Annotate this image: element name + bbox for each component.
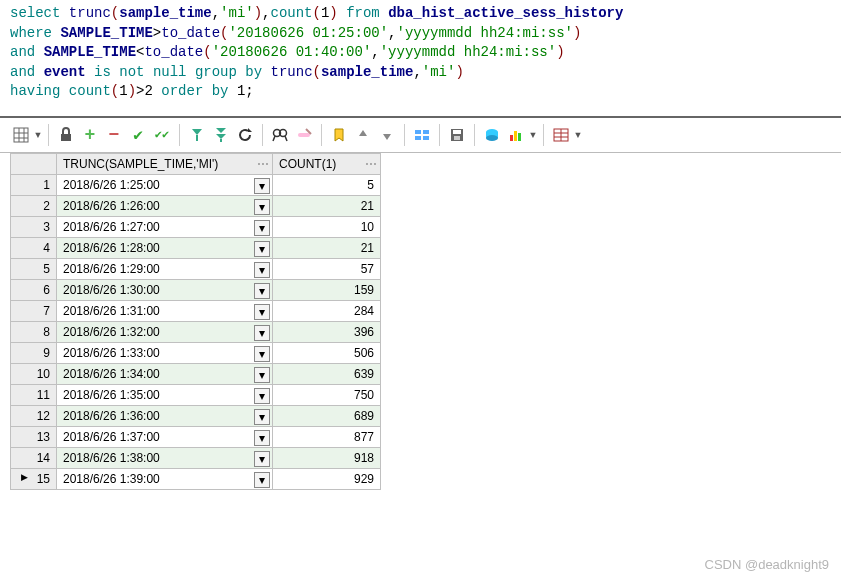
pane-divider[interactable]: [0, 116, 841, 118]
table-row[interactable]: 112018/6/26 1:35:00▾750: [11, 384, 381, 405]
cell-dropdown-icon[interactable]: ▾: [254, 220, 270, 236]
cell-trunc-time[interactable]: 2018/6/26 1:27:00▾: [57, 216, 273, 237]
table-row[interactable]: 42018/6/26 1:28:00▾21: [11, 237, 381, 258]
cell-count[interactable]: 5: [273, 174, 381, 195]
row-number[interactable]: 6: [11, 279, 57, 300]
cell-count[interactable]: 506: [273, 342, 381, 363]
cell-count[interactable]: 284: [273, 300, 381, 321]
bookmark-icon[interactable]: [328, 124, 350, 146]
row-number[interactable]: 11: [11, 384, 57, 405]
table-row[interactable]: 82018/6/26 1:32:00▾396: [11, 321, 381, 342]
commit-icon[interactable]: ✔: [127, 124, 149, 146]
cell-dropdown-icon[interactable]: ▾: [254, 367, 270, 383]
table-row[interactable]: 52018/6/26 1:29:00▾57: [11, 258, 381, 279]
cell-dropdown-icon[interactable]: ▾: [254, 472, 270, 488]
fetch-all-icon[interactable]: [210, 124, 232, 146]
table-row[interactable]: 102018/6/26 1:34:00▾639: [11, 363, 381, 384]
commit-all-icon[interactable]: ✔✔: [151, 124, 173, 146]
cell-dropdown-icon[interactable]: ▾: [254, 199, 270, 215]
save-icon[interactable]: [446, 124, 468, 146]
cell-count[interactable]: 21: [273, 237, 381, 258]
table-row[interactable]: 132018/6/26 1:37:00▾877: [11, 426, 381, 447]
lock-icon[interactable]: [55, 124, 77, 146]
sort-indicator-icon[interactable]: ⋯: [364, 157, 378, 171]
cell-count[interactable]: 639: [273, 363, 381, 384]
delete-row-icon[interactable]: −: [103, 124, 125, 146]
table-row[interactable]: 92018/6/26 1:33:00▾506: [11, 342, 381, 363]
cell-trunc-time[interactable]: 2018/6/26 1:37:00▾: [57, 426, 273, 447]
cell-trunc-time[interactable]: 2018/6/26 1:39:00▾: [57, 468, 273, 489]
cell-dropdown-icon[interactable]: ▾: [254, 346, 270, 362]
cell-dropdown-icon[interactable]: ▾: [254, 430, 270, 446]
dropdown-arrow-icon[interactable]: ▾: [34, 124, 42, 146]
chart-view-icon[interactable]: [505, 124, 527, 146]
cell-trunc-time[interactable]: 2018/6/26 1:26:00▾: [57, 195, 273, 216]
cell-trunc-time[interactable]: 2018/6/26 1:30:00▾: [57, 279, 273, 300]
row-number[interactable]: 7: [11, 300, 57, 321]
row-number[interactable]: 4: [11, 237, 57, 258]
single-record-icon[interactable]: [481, 124, 503, 146]
cell-trunc-time[interactable]: 2018/6/26 1:33:00▾: [57, 342, 273, 363]
column-header-trunc[interactable]: TRUNC(SAMPLE_TIME,'MI')⋯: [57, 153, 273, 174]
sql-editor[interactable]: select trunc(sample_time,'mi'),count(1) …: [0, 0, 841, 110]
fetch-next-icon[interactable]: [186, 124, 208, 146]
dropdown-arrow-icon[interactable]: ▾: [529, 124, 537, 146]
cell-count[interactable]: 689: [273, 405, 381, 426]
add-row-icon[interactable]: +: [79, 124, 101, 146]
row-number[interactable]: 12: [11, 405, 57, 426]
cell-trunc-time[interactable]: 2018/6/26 1:29:00▾: [57, 258, 273, 279]
cell-count[interactable]: 396: [273, 321, 381, 342]
cell-count[interactable]: 159: [273, 279, 381, 300]
row-number[interactable]: 9: [11, 342, 57, 363]
row-indicator-header[interactable]: [11, 153, 57, 174]
cell-trunc-time[interactable]: 2018/6/26 1:36:00▾: [57, 405, 273, 426]
sort-indicator-icon[interactable]: ⋯: [256, 157, 270, 171]
cell-count[interactable]: 57: [273, 258, 381, 279]
results-grid[interactable]: TRUNC(SAMPLE_TIME,'MI')⋯ COUNT(1)⋯ 12018…: [10, 153, 381, 490]
cell-trunc-time[interactable]: 2018/6/26 1:32:00▾: [57, 321, 273, 342]
cell-dropdown-icon[interactable]: ▾: [254, 451, 270, 467]
cell-dropdown-icon[interactable]: ▾: [254, 262, 270, 278]
cell-dropdown-icon[interactable]: ▾: [254, 388, 270, 404]
bookmark-up-icon[interactable]: [352, 124, 374, 146]
cell-count[interactable]: 918: [273, 447, 381, 468]
table-row[interactable]: 122018/6/26 1:36:00▾689: [11, 405, 381, 426]
table-view-icon[interactable]: [550, 124, 572, 146]
row-number[interactable]: 8: [11, 321, 57, 342]
cell-trunc-time[interactable]: 2018/6/26 1:34:00▾: [57, 363, 273, 384]
cell-dropdown-icon[interactable]: ▾: [254, 283, 270, 299]
row-number[interactable]: 1: [11, 174, 57, 195]
row-number[interactable]: 14: [11, 447, 57, 468]
cell-count[interactable]: 929: [273, 468, 381, 489]
row-number[interactable]: 3: [11, 216, 57, 237]
table-row[interactable]: 22018/6/26 1:26:00▾21: [11, 195, 381, 216]
grid-options-icon[interactable]: [10, 124, 32, 146]
table-row[interactable]: 142018/6/26 1:38:00▾918: [11, 447, 381, 468]
dropdown-arrow-icon[interactable]: ▾: [574, 124, 582, 146]
table-row[interactable]: 12018/6/26 1:25:00▾5: [11, 174, 381, 195]
table-row[interactable]: 152018/6/26 1:39:00▾929: [11, 468, 381, 489]
clear-filter-icon[interactable]: [293, 124, 315, 146]
cell-count[interactable]: 877: [273, 426, 381, 447]
cell-dropdown-icon[interactable]: ▾: [254, 304, 270, 320]
row-number[interactable]: 15: [11, 468, 57, 489]
table-row[interactable]: 62018/6/26 1:30:00▾159: [11, 279, 381, 300]
cell-trunc-time[interactable]: 2018/6/26 1:28:00▾: [57, 237, 273, 258]
row-number[interactable]: 10: [11, 363, 57, 384]
cell-count[interactable]: 10: [273, 216, 381, 237]
refresh-icon[interactable]: [234, 124, 256, 146]
row-number[interactable]: 2: [11, 195, 57, 216]
column-header-count[interactable]: COUNT(1)⋯: [273, 153, 381, 174]
row-number[interactable]: 13: [11, 426, 57, 447]
cell-dropdown-icon[interactable]: ▾: [254, 325, 270, 341]
cell-trunc-time[interactable]: 2018/6/26 1:38:00▾: [57, 447, 273, 468]
cell-trunc-time[interactable]: 2018/6/26 1:25:00▾: [57, 174, 273, 195]
cell-dropdown-icon[interactable]: ▾: [254, 241, 270, 257]
cell-dropdown-icon[interactable]: ▾: [254, 409, 270, 425]
cell-count[interactable]: 750: [273, 384, 381, 405]
table-row[interactable]: 72018/6/26 1:31:00▾284: [11, 300, 381, 321]
cell-trunc-time[interactable]: 2018/6/26 1:35:00▾: [57, 384, 273, 405]
cell-count[interactable]: 21: [273, 195, 381, 216]
row-number[interactable]: 5: [11, 258, 57, 279]
bookmark-down-icon[interactable]: [376, 124, 398, 146]
